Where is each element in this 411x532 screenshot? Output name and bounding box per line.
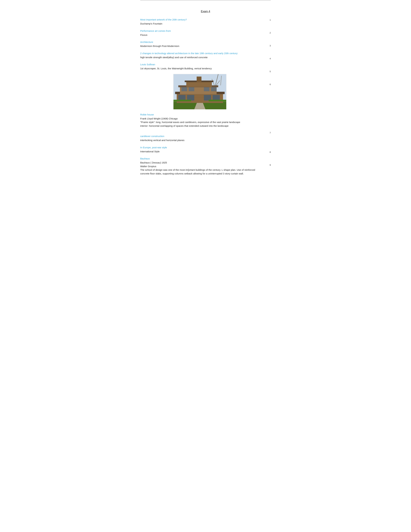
answer-q3: Modernism through Post-Modernism — [140, 44, 260, 48]
question-q7: cantilever construction — [140, 134, 260, 138]
building-image-container — [140, 74, 260, 110]
question-q4: 2 changes in technology altered architec… — [140, 52, 260, 55]
line-numbers-column: 1 2 3 4 5 6 7 8 9 — [266, 18, 271, 179]
qa-block-q7: cantilever construction interlocking ver… — [140, 134, 260, 142]
svg-rect-27 — [209, 100, 226, 101]
qa-block-q4: 2 changes in technology altered architec… — [140, 52, 260, 59]
svg-rect-21 — [204, 87, 210, 91]
answer-q8: International Style — [140, 150, 260, 153]
content-left: Most important artwork of the 20th centu… — [140, 18, 266, 179]
answer-q7: interlocking vertical and horizontal pla… — [140, 139, 260, 142]
line-number-6: 6 — [270, 82, 271, 131]
line-number-7: 7 — [270, 131, 271, 150]
qa-block-q5: Louis Sullivan 1st skyscraper, St. Louis… — [140, 63, 260, 70]
question-q3: Architecture — [140, 40, 260, 44]
answer-q6-line3: interior: horizontal overlapping of spac… — [140, 124, 260, 128]
spacer-1 — [140, 131, 260, 134]
svg-rect-26 — [174, 100, 191, 101]
line-number-2: 2 — [270, 31, 271, 44]
top-border — [140, 0, 271, 0]
qa-block-q8: In Europe, post-war style International … — [140, 146, 260, 153]
svg-rect-14 — [197, 76, 201, 82]
svg-rect-22 — [211, 87, 217, 91]
line-number-1: 1 — [270, 18, 271, 31]
line-number-8: 8 — [270, 150, 271, 163]
question-q1: Most important artwork of the 20th centu… — [140, 18, 260, 21]
qa-block-q2: Performance art comes from Fluxus — [140, 29, 260, 37]
svg-rect-12 — [186, 81, 212, 87]
robie-house-image — [173, 74, 226, 109]
question-q2: Performance art comes from — [140, 29, 260, 33]
answer-q5: 1st skyscraper, St. Louis, the Wainwrigh… — [140, 67, 260, 70]
main-content: Most important artwork of the 20th centu… — [140, 18, 271, 179]
qa-block-q1: Most important artwork of the 20th centu… — [140, 18, 260, 26]
question-q8: In Europe, post-war style — [140, 146, 260, 149]
line-number-5: 5 — [270, 69, 271, 82]
line-number-9: 9 — [270, 163, 271, 176]
answer-q4: high tensile strength steel(alloy) and u… — [140, 56, 260, 59]
question-q6: Robie house — [140, 113, 260, 116]
answer-q9-line3: The school of design was one of the most… — [140, 168, 260, 175]
answer-q6-line2: "Prairie style": long, horizontal eaves … — [140, 120, 260, 124]
question-q9: Bauhaus — [140, 157, 260, 160]
answer-q9-line1: Bauhaus ( Dessau) 1925 — [140, 161, 260, 165]
qa-block-q9: Bauhaus Bauhaus ( Dessau) 1925 Walter Gr… — [140, 157, 260, 175]
svg-rect-19 — [181, 87, 187, 91]
qa-block-q6: Robie house Frank Lloyd Wright (1908) Ch… — [140, 113, 260, 128]
qa-block-q3: Architecture Modernism through Post-Mode… — [140, 40, 260, 48]
line-number-4: 4 — [270, 57, 271, 69]
line-number-3: 3 — [270, 44, 271, 57]
svg-rect-20 — [189, 87, 194, 91]
page-title: Exam 4 — [140, 10, 271, 13]
answer-q6-line1: Frank Lloyd Wright (1908) Chicago — [140, 117, 260, 121]
answer-q1: Duchamp's Fountain — [140, 22, 260, 26]
answer-q9-line2: Walter Gropius — [140, 165, 260, 168]
question-q5: Louis Sullivan — [140, 63, 260, 66]
answer-q2: Fluxus — [140, 33, 260, 37]
